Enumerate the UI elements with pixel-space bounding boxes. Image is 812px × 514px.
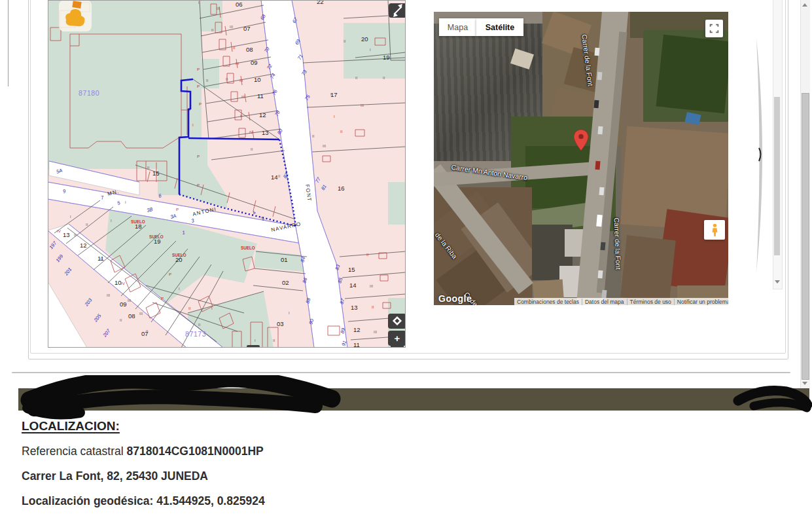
construction-mark: III: [139, 311, 143, 316]
parcel-number: 11: [353, 341, 360, 348]
construction-mark: II: [366, 252, 369, 257]
location-marker[interactable]: [574, 130, 588, 151]
block-code: 87180: [79, 89, 99, 97]
attribution-link[interactable]: Datos del mapa: [582, 299, 627, 305]
construction-mark: II: [251, 147, 253, 151]
construction-mark: II: [240, 113, 243, 118]
parcel-number: 08: [246, 46, 253, 53]
arrow-down-icon: [775, 280, 780, 284]
reference-label: Referencia catastral: [22, 445, 124, 458]
parcel-number: 13: [262, 129, 269, 136]
construction-mark: I: [111, 218, 112, 223]
construction-mark: I: [125, 200, 126, 204]
parcel-number: 09: [120, 301, 127, 308]
horizontal-divider: [12, 372, 790, 373]
decor: [72, 1, 81, 9]
page: 0607080910111213141516171920221819200102…: [0, 0, 812, 514]
decor: [388, 182, 406, 225]
decor: [344, 23, 406, 79]
inner-scrollbar-thumb[interactable]: [774, 97, 780, 255]
construction-mark: II: [344, 39, 346, 43]
attribution-link[interactable]: Combinaciones de teclas: [514, 299, 582, 305]
parcel-number: 08: [128, 312, 135, 320]
parcel-number: 13: [351, 304, 358, 311]
construction-mark: II: [206, 78, 209, 83]
suelo-label: SUELO: [131, 219, 145, 224]
expand-map-button[interactable]: [389, 3, 406, 18]
cadastral-map[interactable]: 0607080910111213141516171920221819200102…: [48, 0, 406, 348]
construction-mark: II: [233, 45, 236, 50]
construction-mark: II: [86, 222, 88, 227]
street-label: de la Riba: [434, 231, 459, 261]
block-code: 87173: [185, 330, 206, 338]
construction-mark: P: [176, 207, 179, 211]
zoom-in-button[interactable]: +: [388, 331, 406, 346]
construction-mark: II: [383, 75, 385, 80]
construction-mark: I: [211, 306, 213, 310]
construction-mark: III: [370, 284, 373, 288]
decor: [34, 397, 315, 409]
construction-mark: I: [192, 122, 194, 127]
construction-mark: II: [198, 322, 201, 327]
construction-mark: II: [330, 92, 333, 96]
parcel-number: 14: [349, 282, 357, 289]
construction-mark: P: [199, 101, 202, 106]
google-logo[interactable]: Google: [438, 293, 472, 304]
construction-mark: III: [239, 78, 243, 83]
parcel-number: 03: [277, 320, 284, 327]
construction-mark: III: [236, 61, 239, 65]
map-type-button-mapa[interactable]: Mapa: [439, 18, 476, 36]
construction-mark: III: [241, 94, 245, 99]
construction-mark: IV: [121, 281, 126, 285]
suelo-label: SUELO: [241, 246, 255, 250]
construction-mark: II: [146, 329, 149, 333]
reference-value: 8718014CG1081N0001HP: [127, 445, 264, 458]
page-curl: [754, 38, 767, 274]
decor: [712, 228, 717, 236]
cadastral-reference-line: Referencia catastral 8718014CG1081N0001H…: [22, 445, 264, 458]
construction-mark: II: [211, 28, 214, 32]
map-type-button-satelite[interactable]: Satélite: [476, 18, 523, 36]
geodesic-label: Localización geodésica:: [22, 494, 153, 507]
construction-mark: II: [188, 306, 191, 310]
parcel-number: 16: [338, 185, 345, 192]
attribution-link[interactable]: Términos de uso: [627, 299, 674, 305]
geodesic-value: 41.544925, 0.825924: [156, 494, 264, 507]
construction-mark: II: [372, 304, 374, 309]
construction-mark: I: [70, 214, 71, 219]
highlighted-building-icon: [59, 0, 92, 31]
construction-mark: II: [278, 174, 281, 178]
street-label: Carrer de la Font: [580, 34, 595, 86]
pan-button[interactable]: [388, 314, 406, 329]
construction-mark: III: [230, 24, 233, 29]
fullscreen-button[interactable]: [705, 20, 723, 37]
parcel-number: 10: [254, 76, 261, 83]
parcel-number: 12: [80, 242, 87, 249]
construction-mark: II: [273, 338, 275, 342]
decor: [574, 130, 588, 151]
parcel-number: 09: [251, 59, 258, 66]
street-view-pegman-button[interactable]: [704, 220, 725, 240]
decor: [711, 25, 718, 33]
construction-mark: I: [289, 310, 290, 315]
construction-mark: I: [370, 47, 371, 52]
street-label: Carrer de la Font: [613, 217, 623, 270]
decor: +: [395, 333, 400, 344]
construction-mark: III: [217, 6, 220, 10]
outer-scrollbar-up-button[interactable]: [801, 1, 809, 9]
google-map[interactable]: Carrer de la FontCarrer de la FontCarrer…: [434, 12, 728, 305]
location-heading: LOCALIZACION:: [22, 419, 120, 433]
decor: [578, 134, 584, 139]
parcel-number: 13: [63, 231, 70, 238]
street-labels: Carrer de la FontCarrer de la FontCarrer…: [434, 12, 728, 305]
inner-scrollbar-down-button[interactable]: [773, 277, 781, 287]
parcel-number: 10: [115, 279, 122, 286]
parcel-number: 15: [152, 170, 160, 177]
construction-mark: II: [100, 257, 103, 261]
parcel-number: 14: [271, 174, 278, 181]
attribution-link[interactable]: Notificar un problema de Maps: [674, 299, 728, 305]
parcel-number: 22: [317, 0, 324, 5]
outer-scrollbar-thumb[interactable]: [802, 93, 809, 380]
street-label: Carrer Mn Anton Navarro: [451, 163, 528, 181]
construction-mark: II: [120, 318, 122, 322]
